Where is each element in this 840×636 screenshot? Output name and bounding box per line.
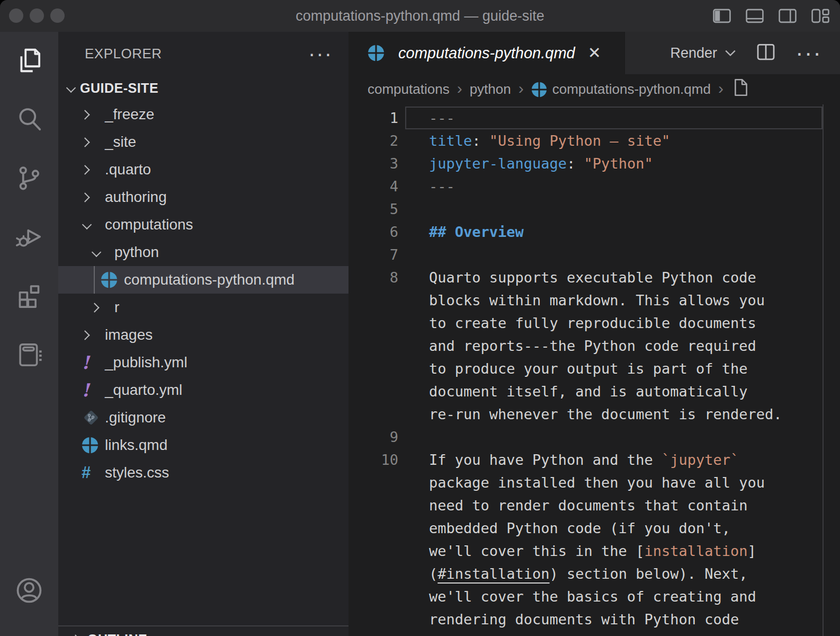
line-number — [348, 631, 398, 636]
outline-section-header[interactable]: OUTLINE — [58, 625, 348, 636]
code-line-wrap[interactable]: we'll cover the basics of creating and — [348, 585, 840, 608]
source-control-icon[interactable] — [14, 163, 44, 193]
code-area[interactable]: 1---2title: "Using Python — site"3jupyte… — [348, 104, 840, 636]
line-number — [348, 471, 398, 494]
line-number: 9 — [348, 426, 398, 448]
tree-item-label: styles.css — [105, 464, 169, 481]
account-icon[interactable] — [14, 576, 44, 605]
git-icon — [82, 408, 101, 428]
line-number — [348, 357, 398, 380]
tree-item--publish-yml[interactable]: !_publish.yml — [58, 349, 348, 376]
code-line-wrap[interactable]: (#installation) section below). Next, — [348, 562, 840, 585]
code-line-wrap[interactable]: need to render documents that contain — [348, 494, 840, 517]
tree-item--quarto[interactable]: .quarto — [58, 156, 348, 183]
run-and-debug-icon[interactable] — [14, 222, 44, 252]
explorer-more-actions-icon[interactable]: ··· — [308, 48, 333, 59]
code-line-8[interactable]: 8Quarto supports executable Python code — [348, 266, 840, 289]
toggle-panel-icon[interactable] — [745, 6, 765, 26]
breadcrumb-computations[interactable]: computations — [368, 81, 450, 98]
tab-computations-python[interactable]: computations-python.qmd ✕ — [348, 32, 625, 74]
code-line-6[interactable]: 6## Overview — [348, 220, 840, 243]
tree-item-images[interactable]: images — [58, 321, 348, 349]
code-line-wrap[interactable]: rendering documents with Python code — [348, 608, 840, 631]
code-line-7[interactable]: 7 — [348, 243, 840, 266]
code-line-wrap[interactable]: document itself, and is automatically — [348, 380, 840, 403]
line-number: 4 — [348, 175, 398, 198]
code-line-wrap[interactable]: re-run whenever the document is rendered… — [348, 403, 840, 426]
code-line-9[interactable]: 9 — [348, 426, 840, 448]
tree-item-label: _freeze — [105, 106, 154, 123]
close-window-button[interactable] — [9, 8, 23, 23]
split-editor-icon[interactable] — [755, 41, 776, 65]
line-content: we'll cover this in the [installation] — [429, 540, 756, 562]
line-content: document itself, and is automatically — [429, 380, 747, 403]
minimize-window-button[interactable] — [30, 8, 44, 23]
line-number — [348, 608, 398, 631]
search-icon[interactable] — [14, 104, 44, 134]
chevron-down-icon — [82, 222, 101, 228]
render-button[interactable]: Render — [670, 45, 736, 61]
more-actions-icon[interactable]: ··· — [796, 48, 822, 58]
code-line-wrap[interactable]: embedded Python code (if you don't, — [348, 517, 840, 540]
tree-item--gitignore[interactable]: .gitignore — [58, 404, 348, 431]
customize-layout-icon[interactable] — [810, 6, 830, 26]
line-number: 10 — [348, 448, 398, 471]
chevron-right-icon: › — [718, 80, 723, 98]
tree-item-computations-python-qmd[interactable]: computations-python.qmd — [58, 266, 348, 294]
tree-item--freeze[interactable]: _freeze — [58, 101, 348, 128]
explorer-sidebar: EXPLORER ··· GUIDE-SITE _freeze_site.qua… — [58, 32, 348, 636]
quarto-file-icon — [368, 45, 385, 61]
code-line-wrap[interactable]: and reports---the Python code required — [348, 334, 840, 357]
line-content: we'll cover the basics of creating and — [429, 585, 756, 608]
line-content: to create fully reproducible documents — [429, 312, 756, 334]
code-line-wrap[interactable]: blocks — [348, 631, 840, 636]
yaml-icon: ! — [82, 354, 101, 372]
breadcrumb-python[interactable]: python — [470, 81, 511, 98]
sidebar-title: EXPLORER — [85, 46, 162, 62]
code-line-wrap[interactable]: to produce your output is part of the — [348, 357, 840, 380]
tree-item-label: _publish.yml — [105, 354, 187, 371]
chevron-right-icon — [91, 304, 110, 311]
file-symbol-icon[interactable] — [732, 78, 750, 101]
tree-item--quarto-yml[interactable]: !_quarto.yml — [58, 376, 348, 404]
toggle-secondary-sidebar-icon[interactable] — [778, 6, 798, 26]
css-icon: # — [82, 463, 101, 482]
code-line-wrap[interactable]: to create fully reproducible documents — [348, 312, 840, 334]
line-number — [348, 517, 398, 540]
tree-item-r[interactable]: r — [58, 294, 348, 321]
code-line-4[interactable]: 4--- — [348, 175, 840, 198]
tree-item-label: .quarto — [105, 161, 151, 178]
tree-item-computations[interactable]: computations — [58, 211, 348, 238]
code-line-3[interactable]: 3jupyter-language: "Python" — [348, 152, 840, 175]
code-line-wrap[interactable]: package installed then you have all you — [348, 471, 840, 494]
tree-item-styles-css[interactable]: #styles.css — [58, 459, 348, 487]
tree-item-label: python — [114, 244, 159, 261]
code-line-2[interactable]: 2title: "Using Python — site" — [348, 129, 840, 152]
tree-item--site[interactable]: _site — [58, 128, 348, 156]
code-line-10[interactable]: 10If you have Python and the `jupyter` — [348, 448, 840, 471]
close-tab-icon[interactable]: ✕ — [588, 45, 601, 61]
code-line-5[interactable]: 5 — [348, 198, 840, 220]
code-line-wrap[interactable]: we'll cover this in the [installation] — [348, 540, 840, 562]
yaml-icon: ! — [82, 354, 90, 372]
toggle-primary-sidebar-icon[interactable] — [712, 6, 732, 26]
render-label: Render — [670, 45, 717, 61]
code-line-1[interactable]: 1--- — [348, 107, 840, 129]
extensions-icon[interactable] — [14, 281, 44, 311]
tree-item-links-qmd[interactable]: links.qmd — [58, 431, 348, 459]
code-line-wrap[interactable]: blocks within markdown. This allows you — [348, 289, 840, 312]
git-icon — [82, 408, 101, 428]
breadcrumb-file[interactable]: computations-python.qmd — [552, 81, 711, 98]
tree-item-python[interactable]: python — [58, 238, 348, 266]
explorer-icon[interactable] — [14, 46, 44, 75]
line-content: need to render documents that contain — [429, 494, 747, 517]
chevron-down-icon — [725, 49, 736, 57]
editor-actions: Render ··· — [670, 32, 840, 74]
breadcrumbs: computations › python › computations-pyt… — [348, 74, 840, 104]
notebook-icon[interactable] — [14, 340, 44, 369]
line-number: 8 — [348, 266, 398, 289]
section-header-guide-site[interactable]: GUIDE-SITE — [58, 75, 348, 101]
tree-item-authoring[interactable]: authoring — [58, 183, 348, 211]
quarto-file-icon — [531, 82, 547, 98]
zoom-window-button[interactable] — [50, 8, 65, 23]
